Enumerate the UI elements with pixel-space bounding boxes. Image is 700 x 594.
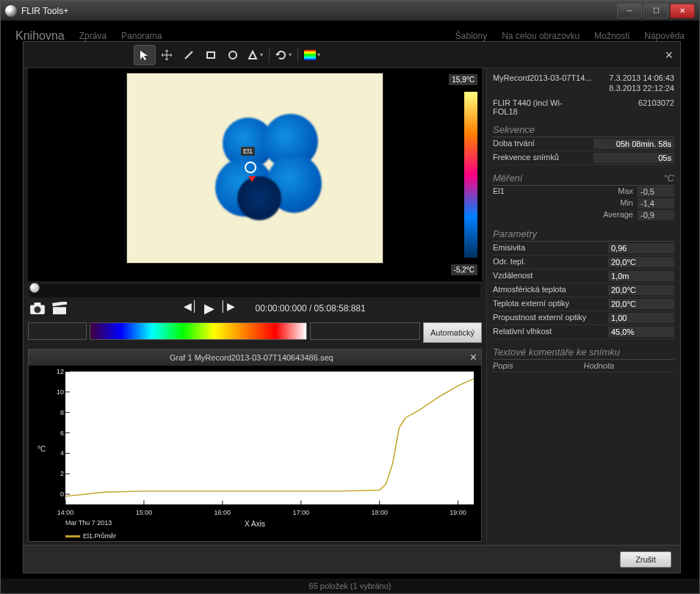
section-measurement: Měření°C — [493, 170, 674, 186]
timeline-slider[interactable] — [29, 284, 480, 297]
level-gradient[interactable] — [90, 322, 307, 340]
auto-level-button[interactable]: Automatický — [423, 322, 482, 343]
parameter-row[interactable]: Propustnost externí optiky1,00 — [493, 311, 674, 325]
svg-rect-7 — [52, 302, 67, 306]
x-axis-label: X Axis — [245, 520, 265, 528]
date-end: 8.3.2013 22:12:24 — [609, 84, 674, 93]
bg-menu-item[interactable]: Knihovna — [15, 29, 65, 43]
app-icon — [5, 5, 17, 17]
svg-rect-4 — [35, 303, 41, 306]
clapper-icon[interactable] — [51, 302, 68, 315]
x-ticks: 14:0015:0016:0017:0018:0019:00 — [65, 509, 474, 519]
move-tool[interactable] — [156, 45, 178, 65]
rect-tool[interactable] — [200, 45, 222, 65]
maximize-button[interactable]: ☐ — [643, 4, 668, 18]
legend-swatch — [65, 535, 80, 537]
statusbar: 65 položek (1 vybráno) — [1, 579, 699, 593]
modal-close-button[interactable]: × — [665, 48, 673, 63]
measure-name: El1 — [493, 186, 601, 197]
section-textcomments: Textové komentáře ke snímku — [493, 344, 674, 360]
line-tool[interactable] — [178, 45, 200, 65]
timecode: 00:00:00:000 / 05:08:58:881 — [256, 303, 366, 314]
section-sequence: Sekvence — [493, 121, 674, 137]
textcomment-headers: PopisHodnota — [493, 360, 674, 372]
bg-menu-item[interactable]: Možnosti — [594, 31, 629, 41]
sequence-row: Doba trvání05h 08min. 58s — [493, 137, 674, 151]
snapshot-icon[interactable] — [29, 302, 46, 315]
y-axis-label: °C — [37, 445, 46, 453]
step-forward-button[interactable]: │▶ — [220, 300, 235, 316]
marker-label: El1 — [241, 147, 255, 156]
svg-point-5 — [35, 306, 41, 313]
x-axis-date: Mar Thu 7 2013 — [65, 519, 112, 526]
svg-rect-1 — [207, 52, 214, 58]
window-frame: FLIR Tools+ ─ ☐ ✕ Knihovna Zpráva Panora… — [0, 0, 700, 594]
legend: El1.Průměr — [65, 532, 116, 540]
plot-area[interactable] — [65, 372, 474, 504]
parameter-row[interactable]: Vzdálenost1,0m — [493, 269, 674, 283]
camera-serial: 62103072 — [638, 98, 674, 116]
metadata-panel: MyRecord2013-03-07T14... 7.3.2013 14:06:… — [487, 68, 680, 377]
thermal-image-area[interactable]: El1 15,9°C -5,2°C — [28, 68, 482, 281]
modal-footer: Zrušit — [24, 545, 680, 573]
thermal-image[interactable]: El1 — [126, 73, 383, 264]
delta-tool[interactable]: ▾ — [244, 45, 266, 65]
spot-marker[interactable] — [245, 162, 256, 173]
level-low-box[interactable] — [28, 322, 87, 340]
bg-menu-item[interactable]: Panorama — [121, 31, 162, 41]
circle-tool[interactable] — [222, 45, 244, 65]
scale-min-label: -5,2°C — [451, 264, 477, 275]
parameter-row[interactable]: Emisivita0,96 — [493, 242, 674, 256]
window-title: FLIR Tools+ — [21, 6, 617, 16]
left-pane: El1 15,9°C -5,2°C ◀│ — [24, 68, 486, 545]
scale-bar — [464, 92, 477, 258]
timeline-thumb[interactable] — [29, 283, 40, 293]
window-close-button[interactable]: ✕ — [670, 4, 695, 18]
parameter-row[interactable]: Relativní vlhkost45,0% — [493, 325, 674, 339]
graph-panel: Graf 1 MyRecord2013-03-07T140643486.seq … — [28, 349, 482, 542]
file-name: MyRecord2013-03-07T14... — [493, 73, 592, 82]
svg-line-0 — [185, 51, 192, 59]
play-button[interactable]: ▶ — [204, 300, 214, 316]
graph-header[interactable]: Graf 1 MyRecord2013-03-07T140643486.seq … — [29, 349, 481, 366]
svg-rect-6 — [53, 307, 66, 314]
legend-label: El1.Průměr — [83, 532, 116, 540]
cancel-button[interactable]: Zrušit — [620, 551, 671, 568]
parameter-row[interactable]: Odr. tepl.20,0°C — [493, 256, 674, 269]
graph-body: °C 024681012 14:0015:0016:0017:0018:0019… — [29, 366, 481, 541]
graph-close-button[interactable]: × — [470, 351, 477, 364]
minimize-button[interactable]: ─ — [617, 4, 642, 18]
step-back-button[interactable]: ◀│ — [184, 300, 198, 316]
scale-max-label: 15,9°C — [449, 74, 477, 85]
date-start: 7.3.2013 14:06:43 — [609, 73, 674, 82]
sequence-row: Frekvence snímků05s — [493, 151, 674, 165]
color-scale: 15,9°C -5,2°C — [448, 74, 477, 275]
titlebar[interactable]: FLIR Tools+ ─ ☐ ✕ — [1, 1, 699, 21]
modal-dialog: × ▾ ▾ ▾ El1 — [23, 41, 681, 573]
right-pane: MyRecord2013-03-07T14... 7.3.2013 14:06:… — [486, 68, 680, 545]
svg-point-2 — [229, 51, 237, 59]
palette-tool[interactable]: ▾ — [301, 45, 323, 65]
level-histogram[interactable] — [310, 322, 420, 340]
level-span-bar: Automatický — [28, 322, 482, 343]
playback-bar: ◀│ ▶ │▶ 00:00:00:000 / 05:08:58:881 — [29, 297, 480, 319]
pointer-tool[interactable] — [134, 45, 156, 65]
bg-menu-item[interactable]: Zpráva — [79, 31, 107, 41]
y-ticks: 024681012 — [49, 372, 64, 504]
bg-menu-item[interactable]: Nápověda — [644, 31, 685, 41]
tool-toolbar: ▾ ▾ ▾ — [24, 42, 680, 68]
bg-menu-item[interactable]: Na celou obrazovku — [502, 31, 580, 41]
parameter-row[interactable]: Teplota externí optiky20,0°C — [493, 297, 674, 311]
camera-model: FLIR T440 (incl Wi-FOL18 — [493, 98, 581, 116]
parameter-row[interactable]: Atmosférická teplota20,0°C — [493, 283, 674, 297]
rotate-tool[interactable]: ▾ — [273, 45, 295, 65]
bg-menu-item[interactable]: Šablony — [455, 31, 487, 41]
section-parameters: Parametry — [493, 225, 674, 242]
graph-title: Graf 1 MyRecord2013-03-07T140643486.seq — [33, 353, 470, 362]
